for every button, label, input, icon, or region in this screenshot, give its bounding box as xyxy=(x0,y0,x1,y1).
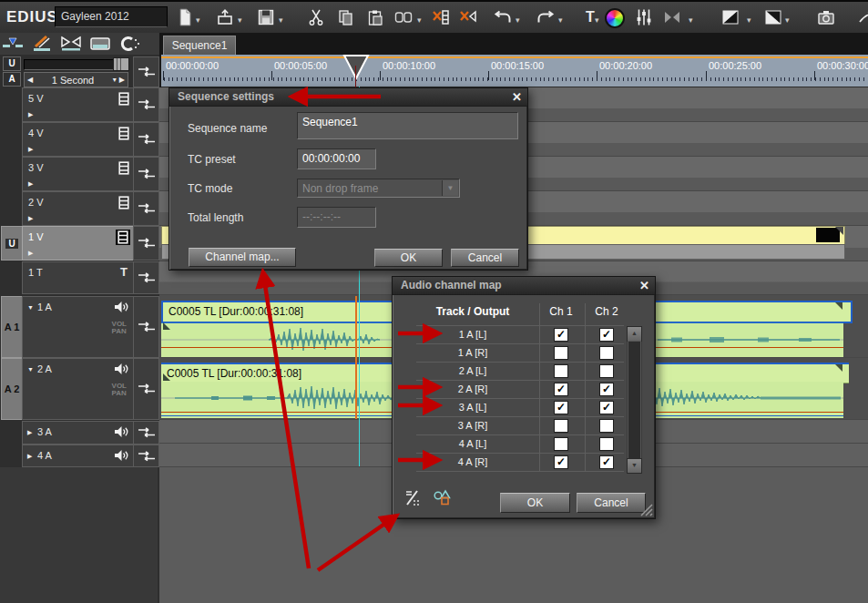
zoom-slider-thumb[interactable] xyxy=(113,57,129,71)
export-icon[interactable] xyxy=(816,7,836,27)
audio-channel-map-titlebar[interactable]: Audio channel map xyxy=(393,277,655,295)
track-header-4v[interactable]: 4 V ▶ xyxy=(22,122,135,157)
track-header-1t[interactable]: 1 T T xyxy=(22,261,135,294)
undo-icon[interactable] xyxy=(493,7,513,27)
close-icon[interactable]: ✕ xyxy=(639,279,649,292)
cancel-button[interactable]: Cancel xyxy=(577,493,646,513)
track-header-4a[interactable]: ▶ 4 A xyxy=(22,445,135,467)
video-source-button[interactable]: U xyxy=(3,56,21,71)
undo-caret[interactable]: ▾ xyxy=(516,16,520,25)
save-project-icon[interactable] xyxy=(256,7,276,27)
source-shapes-icon[interactable] xyxy=(434,489,452,506)
overwrite-mode-icon[interactable] xyxy=(31,35,53,53)
checkbox-3a-r-ch2[interactable] xyxy=(599,419,614,433)
audio-patch-indicator-2[interactable]: A 2 xyxy=(1,358,23,420)
track-header-2v[interactable]: 2 V ▶ xyxy=(22,191,135,226)
video-patch-indicator[interactable]: U xyxy=(1,226,23,261)
scrollbar-down-icon[interactable]: ▼ xyxy=(627,458,642,474)
scrollbar-thumb[interactable] xyxy=(628,341,641,459)
fade-from-black-caret[interactable]: ▾ xyxy=(747,16,751,25)
patch-5v[interactable] xyxy=(133,87,159,122)
project-name-field[interactable]: Gayleen 2012 xyxy=(55,6,168,27)
patch-2a[interactable] xyxy=(133,358,159,420)
speaker-icon[interactable] xyxy=(114,449,128,462)
checkbox-3a-l-ch2[interactable]: ✓ xyxy=(599,401,614,414)
track-collapse-icon[interactable]: ▼ xyxy=(27,304,34,311)
audio-patch-indicator-1[interactable]: A 1 xyxy=(1,296,23,358)
track-header-1a[interactable]: ▼ 1 A VOLPAN xyxy=(22,296,135,358)
copy-icon[interactable] xyxy=(335,7,355,27)
replace-caret[interactable]: ▾ xyxy=(417,16,422,25)
resize-grip[interactable] xyxy=(640,504,653,516)
timescale-selector[interactable]: ◀ 1 Second ▾ ▶ xyxy=(24,72,128,87)
audio-source-button[interactable]: A xyxy=(3,72,21,87)
checkbox-3a-l-ch1[interactable]: ✓ xyxy=(554,401,568,414)
transition-caret[interactable]: ▾ xyxy=(689,16,693,25)
sync-lock-icon[interactable] xyxy=(89,35,111,53)
checkbox-2a-l-ch1[interactable] xyxy=(554,364,568,378)
color-correction-icon[interactable] xyxy=(605,8,625,28)
patch-1a[interactable] xyxy=(133,296,159,358)
playhead-handle[interactable] xyxy=(342,54,370,81)
sequence-settings-titlebar[interactable]: Sequence settings xyxy=(169,88,527,107)
channel-map-button[interactable]: Channel map... xyxy=(189,248,296,267)
checkbox-4a-r-ch2[interactable]: ✓ xyxy=(599,455,614,469)
track-expand-icon[interactable]: ▶ xyxy=(28,215,33,222)
insert-mode-icon[interactable] xyxy=(2,35,24,53)
checkbox-1a-l-ch2[interactable]: ✓ xyxy=(599,328,614,342)
patch-1t[interactable] xyxy=(133,261,159,294)
track-expand-icon[interactable]: ▶ xyxy=(28,111,33,118)
track-header-5v[interactable]: 5 V ▶ xyxy=(22,87,135,122)
tab-sequence1[interactable]: Sequence1 xyxy=(163,36,236,56)
ok-button[interactable]: OK xyxy=(374,249,443,267)
checkbox-3a-r-ch1[interactable] xyxy=(554,419,568,433)
cancel-button[interactable]: Cancel xyxy=(451,249,519,267)
checkbox-1a-l-ch1[interactable]: ✓ xyxy=(554,328,568,342)
fade-from-black-icon[interactable] xyxy=(720,7,740,27)
speaker-icon[interactable] xyxy=(114,363,128,375)
patch-2v[interactable] xyxy=(133,191,159,226)
add-to-timeline-icon[interactable] xyxy=(431,7,451,27)
transition-icon[interactable] xyxy=(662,7,682,27)
patch-3v[interactable] xyxy=(133,157,159,191)
mapping-list-icon[interactable] xyxy=(404,488,421,507)
speaker-icon[interactable] xyxy=(114,425,128,438)
audio-mixer-icon[interactable] xyxy=(634,7,654,27)
sequence-name-input[interactable]: Sequence1 xyxy=(297,112,518,139)
track-header-1v[interactable]: 1 V ▶ xyxy=(22,226,135,261)
title-tool-caret[interactable]: ▾ xyxy=(595,16,599,25)
track-header-2a[interactable]: ▼ 2 A VOLPAN xyxy=(22,358,135,420)
fade-to-white-icon[interactable] xyxy=(763,7,783,27)
capture-icon[interactable] xyxy=(118,35,140,53)
vol-pan-label[interactable]: VOLPAN xyxy=(112,321,127,335)
ripple-mode-icon[interactable] xyxy=(60,35,82,53)
timeline-zoom-slider[interactable] xyxy=(24,59,128,70)
redo-icon[interactable] xyxy=(536,7,556,27)
track-header-3a[interactable]: ▶ 3 A xyxy=(22,421,135,445)
checkbox-1a-r-ch2[interactable] xyxy=(599,346,614,360)
track-expand-icon[interactable]: ▶ xyxy=(27,453,32,460)
track-header-3v[interactable]: 3 V ▶ xyxy=(22,157,135,191)
fade-to-white-caret[interactable]: ▾ xyxy=(785,16,790,25)
patch-1v[interactable] xyxy=(133,226,159,261)
ok-button[interactable]: OK xyxy=(500,493,570,513)
checkbox-4a-r-ch1[interactable]: ✓ xyxy=(554,455,568,469)
track-expand-icon[interactable]: ▶ xyxy=(28,250,33,257)
track-expand-icon[interactable]: ▶ xyxy=(27,429,32,436)
open-project-icon[interactable] xyxy=(215,7,235,27)
new-sequence-caret[interactable]: ▾ xyxy=(196,16,200,25)
vol-pan-label[interactable]: VOLPAN xyxy=(112,383,127,397)
speaker-icon[interactable] xyxy=(114,301,128,313)
checkbox-4a-l-ch1[interactable] xyxy=(554,437,568,451)
cut-icon[interactable] xyxy=(306,7,326,27)
scale-right-arrow-icon[interactable]: ▶ xyxy=(119,76,125,84)
checkbox-4a-l-ch2[interactable] xyxy=(599,437,614,451)
checkbox-2a-l-ch2[interactable] xyxy=(599,364,614,378)
replace-icon[interactable] xyxy=(393,7,414,27)
checkbox-1a-r-ch1[interactable] xyxy=(554,346,568,360)
track-expand-icon[interactable]: ▶ xyxy=(28,146,33,153)
new-sequence-icon[interactable] xyxy=(175,7,195,27)
patch-4v[interactable] xyxy=(133,122,159,157)
checkbox-2a-r-ch1[interactable]: ✓ xyxy=(554,383,568,396)
patch-4a[interactable] xyxy=(133,445,159,467)
